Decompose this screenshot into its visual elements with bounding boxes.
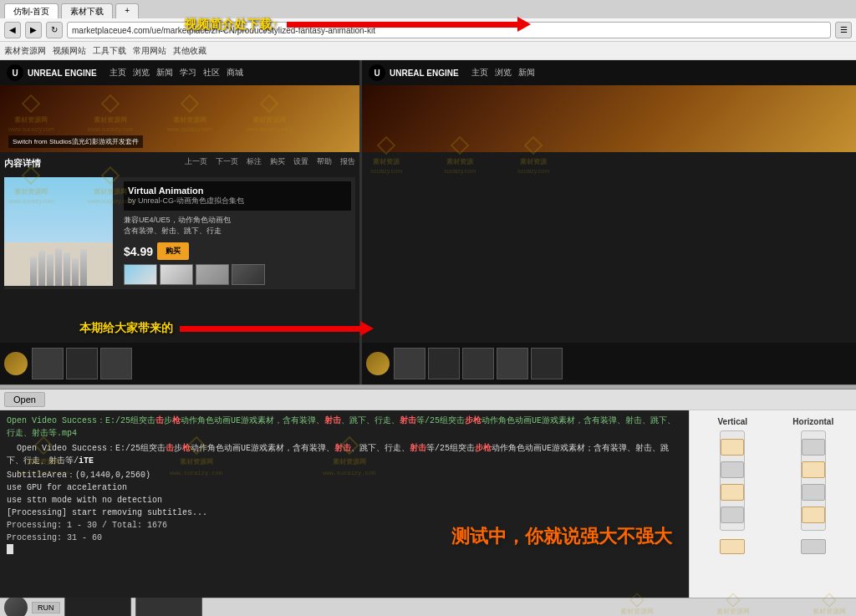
vertical-track[interactable]: [720, 430, 745, 531]
horizontal-label: Horizontal: [792, 417, 833, 426]
right-panel: U UNREAL ENGINE 主页 浏览 新闻: [362, 60, 856, 384]
bwm-3: 素材资源网 www.sucaizy.com: [806, 593, 852, 617]
nav-store[interactable]: 商城: [227, 67, 243, 79]
product-card: Virtual Animation by Unreal-CG-动画角色虚拟合集包…: [4, 177, 355, 289]
bookmark-3[interactable]: 工具下载: [93, 45, 126, 57]
nav-learn[interactable]: 学习: [180, 67, 196, 79]
console-area: Open Open Video Success：E:/25组突击击步枪动作角色动…: [0, 389, 856, 616]
thumb-mini-2[interactable]: [160, 264, 193, 285]
right-banner: [362, 85, 856, 152]
log-line-7: Processing: 1 - 30 / Total: 1676: [7, 519, 682, 532]
add-to-cart-button[interactable]: 购买: [157, 242, 189, 260]
figure-1: [30, 257, 37, 286]
run-button[interactable]: RUN: [32, 602, 60, 613]
bottom-avatar-strip: [0, 343, 359, 384]
right-marketplace: U UNREAL ENGINE 主页 浏览 新闻: [362, 60, 856, 384]
product-info: Virtual Animation by Unreal-CG-动画角色虚拟合集包…: [120, 177, 355, 289]
bottom-thumbs: [32, 348, 132, 379]
marketplace-banner: Switch from Studios流光幻影游戏开发套件: [0, 85, 359, 152]
nav-note[interactable]: 标注: [247, 156, 262, 167]
thumb-mini-3[interactable]: [196, 264, 229, 285]
nav-prev[interactable]: 上一页: [185, 156, 207, 167]
thumbnail-strip: [124, 264, 351, 285]
product-price: $4.99: [124, 245, 153, 258]
product-meta-2: 含有装弹、射击、跳下、行走: [124, 226, 351, 237]
browser-toolbar: ◀ ▶ ↻ marketplaceue4.com/ue/marketplace/…: [0, 18, 856, 42]
nav-buy[interactable]: 购买: [270, 156, 285, 167]
console-log[interactable]: Open Video Success：E:/25组突击击步枪动作角色动画UE游戏…: [0, 410, 689, 598]
bookmark-2[interactable]: 视频网站: [53, 45, 86, 57]
v-extra-handle[interactable]: [720, 539, 745, 554]
nav-settings[interactable]: 设置: [293, 156, 308, 167]
bottom-thumb-1: [32, 348, 64, 379]
menu-button[interactable]: ☰: [835, 22, 852, 38]
product-thumbnail: [4, 177, 113, 286]
figure-7: [80, 249, 87, 286]
open-button[interactable]: Open: [4, 392, 45, 407]
h-handle-3[interactable]: [802, 484, 825, 501]
v-handle-4[interactable]: [721, 507, 744, 523]
horizontal-track[interactable]: [801, 430, 826, 531]
banner-caption: Switch from Studios流光幻影游戏开发套件: [8, 135, 143, 148]
content-section: 内容详情 上一页 下一页 标注 购买 设置 帮助 报告: [0, 152, 359, 293]
h-handle-1[interactable]: [802, 439, 825, 456]
browser-content: U UNREAL ENGINE 主页 浏览 新闻 学习 社区 商城 Switch…: [0, 60, 856, 384]
bwm-diamond-1: [630, 593, 645, 607]
bookmark-4[interactable]: 常用网站: [133, 45, 166, 57]
log-line-1: Open Video Success：E:/25组突击击步枪动作角色动画UE游戏…: [7, 415, 682, 440]
product-title: Virtual Animation: [128, 186, 347, 196]
v-handle-2[interactable]: [721, 461, 744, 478]
tab-3[interactable]: +: [115, 3, 139, 18]
forward-button[interactable]: ▶: [25, 22, 42, 38]
bwm-diamond-2: [726, 593, 740, 607]
tab-1[interactable]: 仿制-首页: [4, 3, 59, 18]
bottom-taskbar: RUN 素材资源网 www.sucaizy.com 素材资源网 www.suca…: [0, 598, 856, 616]
console-main: Open Video Success：E:/25组突击击步枪动作角色动画UE游戏…: [0, 410, 856, 598]
tab-2[interactable]: 素材下载: [61, 3, 113, 18]
v-handle-3[interactable]: [721, 484, 744, 501]
refresh-button[interactable]: ↻: [46, 22, 63, 38]
figure-4: [55, 248, 62, 286]
right-bottom-thumbs: [394, 348, 563, 379]
right-thumb-1: [394, 348, 425, 379]
nav-help[interactable]: 帮助: [317, 156, 332, 167]
thumb-mini-4[interactable]: [232, 264, 265, 285]
log-line-3: SubtitleArea：(0,1440,0,2560): [7, 469, 682, 481]
product-subtitle: by Unreal-CG-动画角色虚拟合集包: [128, 196, 347, 206]
figure-3: [47, 254, 54, 286]
v-handle-1[interactable]: [721, 439, 744, 456]
nav-home[interactable]: 主页: [110, 67, 126, 79]
h-extra-handle[interactable]: [801, 539, 826, 554]
thumb-mini-1[interactable]: [124, 264, 157, 285]
product-meta-1: 兼容UE4/UE5，动作角色动画包: [124, 215, 351, 226]
nav-community[interactable]: 社区: [203, 67, 220, 79]
log-line-6: [Processing] start removing subtitles...: [7, 507, 682, 519]
browser-window: 仿制-首页 素材下载 + ◀ ▶ ↻ marketplaceue4.com/ue…: [0, 0, 856, 384]
address-bar[interactable]: marketplaceue4.com/ue/marketplace/zh-CN/…: [67, 22, 831, 38]
vertical-label: Vertical: [717, 417, 747, 426]
bookmark-1[interactable]: 素材资源网: [4, 45, 46, 57]
right-thumb-3: [462, 348, 494, 379]
back-button[interactable]: ◀: [4, 22, 21, 38]
right-nav-news[interactable]: 新闻: [518, 67, 535, 79]
vertical-slider-group: Vertical: [696, 417, 769, 591]
nav-news[interactable]: 新闻: [156, 67, 173, 79]
right-nav-browse[interactable]: 浏览: [495, 67, 512, 79]
bookmark-5[interactable]: 其他收藏: [173, 45, 206, 57]
tab-2-label: 素材下载: [70, 7, 104, 16]
right-ue-nav: 主页 浏览 新闻: [471, 67, 535, 79]
nav-next[interactable]: 下一页: [216, 156, 238, 167]
nav-report[interactable]: 报告: [340, 156, 355, 167]
left-panel: U UNREAL ENGINE 主页 浏览 新闻 学习 社区 商城 Switch…: [0, 60, 359, 384]
log-line-2: Open Video Success：E:/25组突击击步枪动作角色动画UE游戏…: [7, 442, 682, 467]
log-line-5: use sttn mode with no detection: [7, 494, 682, 507]
h-handle-2[interactable]: [802, 461, 825, 478]
nav-browse[interactable]: 浏览: [133, 67, 150, 79]
browser-tabs: 仿制-首页 素材下载 +: [0, 0, 856, 18]
h-handle-4[interactable]: [802, 507, 825, 523]
banner-image: Switch from Studios流光幻影游戏开发套件: [0, 85, 359, 152]
bookmarks-bar: 素材资源网 视频网站 工具下载 常用网站 其他收藏: [0, 42, 856, 60]
right-thumb-5: [531, 348, 563, 379]
taskbar-avatar: [4, 596, 28, 617]
right-nav-home[interactable]: 主页: [471, 67, 488, 79]
